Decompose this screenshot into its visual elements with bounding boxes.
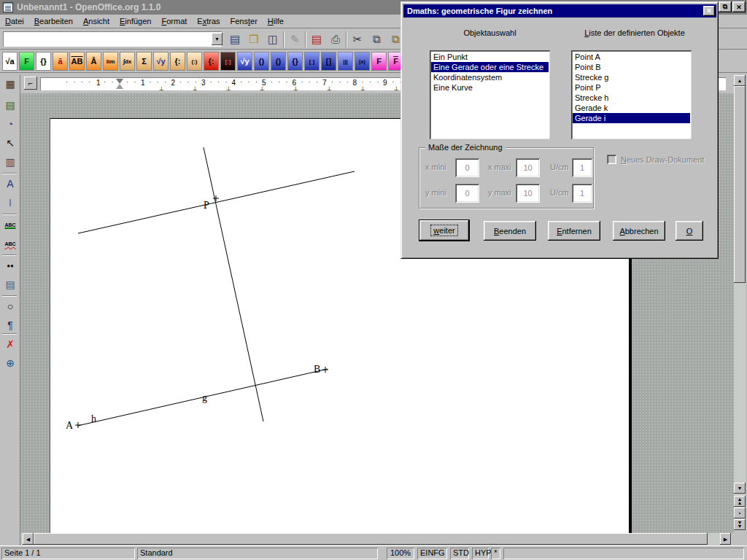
scroll-up-button[interactable]: ▲ [734,75,746,86]
dm-sigma-icon[interactable]: Σ [136,52,152,71]
insert-object-icon[interactable]: ◔ [1,116,19,132]
insert-icon[interactable]: ▤ [1,97,19,113]
previous-page-button[interactable]: ▲▲ [734,496,746,507]
dm-integral-icon[interactable]: ∫dx [120,52,135,71]
list-item[interactable]: Eine Kurve [431,82,549,93]
field-input-y-mini-3[interactable]: 0 [455,184,479,203]
dm-angle-a-icon[interactable]: Â [86,52,101,71]
navigation-button[interactable]: • [734,508,746,518]
entfernen-button[interactable]: Entfernen [548,221,600,241]
restore-window-button[interactable]: ⧉ [719,1,732,12]
dm-function-pink-icon[interactable]: F [371,52,387,71]
dm-paren-blue-icon[interactable]: () [254,52,269,71]
list-item[interactable]: Eine Gerade oder eine Strecke [431,62,549,72]
menu-extras[interactable]: Extras [192,15,225,27]
dm-paren-colon-icon[interactable]: (:) [187,52,202,71]
abbrechen-button[interactable]: Abbrechen [613,221,665,241]
tab-type-selector[interactable]: ⌐ [24,77,37,90]
print-icon[interactable]: ⎙ [327,31,344,48]
find-replace-icon[interactable]: ●● [1,257,19,273]
close-window-button[interactable]: ✕ [732,1,746,12]
dm-function-green-icon[interactable]: F [19,52,34,71]
dm-system-brace-red-icon[interactable]: {: [204,52,219,71]
menu-format[interactable]: Format [156,15,192,27]
vertical-scrollbar-thumb[interactable] [734,86,746,283]
url-input[interactable]: ▼ [3,31,222,47]
scroll-left-button[interactable]: ◀ [23,533,34,545]
list-item[interactable]: Ein Punkt [431,52,549,62]
dm-vector-a-icon[interactable]: ā [53,52,68,71]
autospellcheck-icon[interactable]: ABC [1,236,19,252]
menu-datei[interactable]: Datei [0,15,29,27]
zoom-icon[interactable]: ○ [1,298,19,314]
dm-sqrt-a-icon[interactable]: √a [2,52,18,71]
list-item[interactable]: Gerade k [573,103,690,113]
next-page-button[interactable]: ▼▼ [734,519,746,530]
dm-root-blue-icon[interactable]: √y [237,52,252,71]
status-zoom-level[interactable]: 100% [387,548,414,559]
field-input-y-maxi-4[interactable]: 10 [516,184,540,203]
export-pdf-icon[interactable]: ▤ [308,31,325,48]
defined-objects-list[interactable]: Point APoint BStrecke gPoint PStrecke hG… [571,50,692,139]
insert-cursor-icon[interactable]: I [1,195,19,211]
new-draw-document-checkbox[interactable] [607,155,616,164]
dialog-close-button[interactable]: ✕ [703,6,715,16]
list-item[interactable]: Koordinatensystem [431,72,549,82]
new-document-icon[interactable]: ▤ [226,31,244,48]
show-draw-functions-icon[interactable]: ↖ [1,135,19,151]
list-item[interactable]: Strecke h [573,93,690,103]
nonprinting-characters-icon[interactable]: ¶ [1,317,19,333]
menu-hilfe[interactable]: Hilfe [263,15,289,27]
list-item[interactable]: Strecke g [573,72,690,82]
weiter-button[interactable]: weiter [419,219,470,241]
scroll-right-button[interactable]: ▶ [720,533,731,545]
status-modified-flag[interactable]: * [491,548,500,559]
save-icon[interactable]: ◫ [264,31,282,48]
field-input-x-mini-0[interactable]: 0 [455,158,479,177]
field-input-u-cm-2[interactable]: 1 [572,158,592,177]
graphics-on-off-icon[interactable]: ✗ [1,336,19,352]
cut-icon[interactable]: ✂ [349,31,366,48]
menu-bearbeiten[interactable]: Bearbeiten [29,15,78,27]
dialog-titlebar[interactable]: Dmaths: geometrische Figur zeichnen ✕ [403,4,716,18]
copy-icon[interactable]: ⧉ [368,31,385,48]
dm-bracket-matrix-icon[interactable]: [:] [220,52,236,71]
url-dropdown-button[interactable]: ▼ [212,33,222,45]
dm-braces-icon[interactable]: {} [36,52,51,71]
dm-paren2-blue-icon[interactable]: () [271,52,286,71]
menu-einfgen[interactable]: Einfügen [115,15,156,27]
dm-system-brace-icon[interactable]: {: [170,52,185,71]
dm-norm-icon[interactable]: ||| [338,52,353,71]
status-selection-mode[interactable]: STD [450,548,469,559]
indent-marker[interactable] [116,79,123,84]
indent-marker[interactable] [116,84,123,89]
dm-abs-icon[interactable]: |x| [355,52,370,71]
list-item[interactable]: Point P [573,82,690,93]
list-item[interactable]: Point B [573,62,690,72]
status-insert-mode[interactable]: EINFG [417,548,447,559]
edit-document-icon[interactable]: ✎ [286,31,303,48]
list-item[interactable]: Point A [573,52,690,62]
menu-fenster[interactable]: Fenster [225,15,263,27]
dm-bracket-blue-icon[interactable]: [ ] [304,52,320,71]
dm-brace-blue-icon[interactable]: {} [287,52,303,71]
beenden-button[interactable]: Beenden [484,221,536,241]
field-input-x-maxi-1[interactable]: 10 [516,158,540,177]
spellcheck-icon[interactable]: ABC [1,217,19,233]
dm-root-y-icon[interactable]: √y [153,52,169,71]
dm-limit-icon[interactable]: lim [103,52,118,71]
list-item[interactable]: Gerade i [573,113,690,123]
status-hyperlink-mode[interactable]: HYP [472,548,489,559]
object-selection-list[interactable]: Ein PunktEine Gerade oder eine StreckeKo… [430,50,550,139]
online-layout-icon[interactable]: ⊕ [1,355,19,371]
data-sources-icon[interactable]: ▤ [1,276,19,292]
circle-tool-button[interactable]: O [676,221,703,241]
scroll-down-button[interactable]: ▼ [734,483,746,494]
menu-ansicht[interactable]: Ansicht [78,15,115,27]
open-icon[interactable]: ❒ [245,31,263,48]
dm-bracket2-blue-icon[interactable]: [] [321,52,336,71]
horizontal-scrollbar-thumb[interactable] [34,533,708,545]
form-functions-icon[interactable]: ▥ [1,154,19,170]
dm-segment-ab-icon[interactable]: AB [69,52,85,71]
insert-table-icon[interactable]: ▦ [1,76,19,92]
